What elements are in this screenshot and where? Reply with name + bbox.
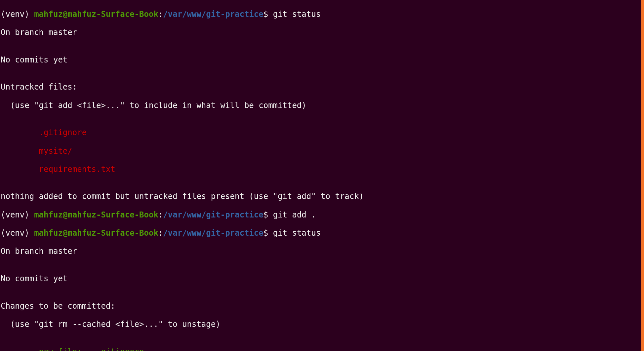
output-branch: On branch master (1, 28, 644, 37)
prompt-line-1: (venv) mahfuz@mahfuz-Surface-Book:/var/w… (1, 10, 644, 19)
prompt-dollar: $ (263, 228, 273, 238)
scrollbar-thumb[interactable] (641, 0, 644, 351)
prompt-colon: : (158, 228, 163, 238)
venv-prefix: (venv) (1, 210, 34, 219)
command-text: git status (273, 10, 321, 19)
command-text: git status (273, 228, 321, 238)
terminal-output[interactable]: (venv) mahfuz@mahfuz-Surface-Book:/var/w… (1, 1, 644, 351)
output-untracked-header: Untracked files: (1, 83, 644, 92)
new-file: new file: .gitignore (1, 347, 644, 351)
output-no-commits: No commits yet (1, 56, 644, 65)
untracked-file: .gitignore (1, 128, 644, 137)
venv-prefix: (venv) (1, 228, 34, 238)
prompt-dollar: $ (263, 10, 273, 19)
cwd-path: /var/www/git-practice (163, 228, 263, 238)
prompt-dollar: $ (263, 210, 273, 219)
user-host: mahfuz@mahfuz-Surface-Book (34, 228, 158, 238)
output-no-commits: No commits yet (1, 274, 644, 284)
output-changes-hint: (use "git rm --cached <file>..." to unst… (1, 320, 644, 329)
prompt-colon: : (158, 210, 163, 219)
cwd-path: /var/www/git-practice (163, 210, 263, 219)
user-host: mahfuz@mahfuz-Surface-Book (34, 210, 158, 219)
cwd-path: /var/www/git-practice (163, 10, 263, 19)
user-host: mahfuz@mahfuz-Surface-Book (34, 10, 158, 19)
output-branch: On branch master (1, 247, 644, 256)
prompt-line-2: (venv) mahfuz@mahfuz-Surface-Book:/var/w… (1, 211, 644, 220)
prompt-colon: : (158, 10, 163, 19)
output-changes-header: Changes to be committed: (1, 302, 644, 311)
output-nothing-added: nothing added to commit but untracked fi… (1, 192, 644, 201)
untracked-file: mysite/ (1, 147, 644, 156)
output-untracked-hint: (use "git add <file>..." to include in w… (1, 101, 644, 110)
untracked-file: requirements.txt (1, 165, 644, 174)
venv-prefix: (venv) (1, 10, 34, 19)
prompt-line-3: (venv) mahfuz@mahfuz-Surface-Book:/var/w… (1, 229, 644, 238)
command-text: git add . (273, 210, 316, 219)
